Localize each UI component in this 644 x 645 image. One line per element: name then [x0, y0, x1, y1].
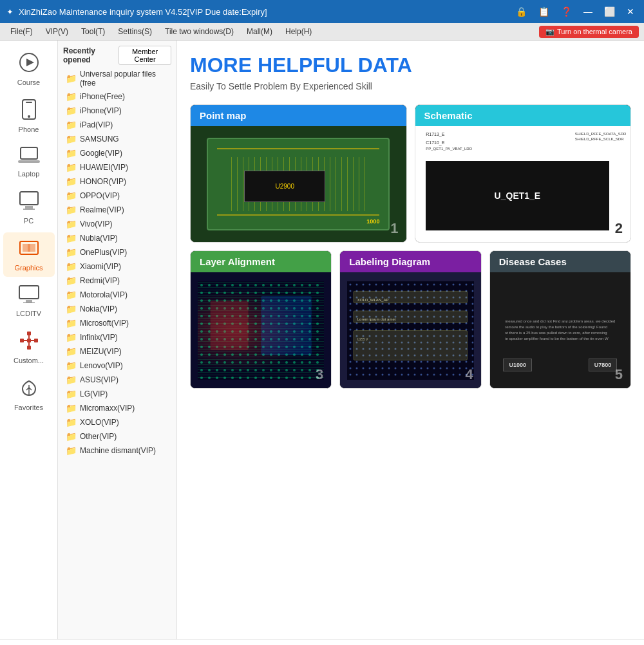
file-tree-item[interactable]: 📁Motorola(VIP) — [58, 288, 176, 302]
card-labeling-header: Labeling Diagram — [340, 251, 480, 272]
app-icon: ✦ — [6, 7, 14, 17]
close-button[interactable]: ✕ — [623, 5, 638, 18]
hero-section: MORE HELPFUL DATA Easily To Settle Probl… — [190, 53, 631, 91]
file-tree-item[interactable]: 📁Google(VIP) — [58, 146, 176, 160]
sidebar-item-course[interactable]: Course — [3, 47, 55, 91]
svg-rect-36 — [354, 330, 468, 360]
menu-file[interactable]: File(F) — [5, 25, 38, 38]
folder-icon: 📁 — [66, 233, 77, 243]
menu-mall[interactable]: Mall(M) — [242, 25, 278, 38]
hero-title: MORE HELPFUL DATA — [190, 53, 631, 77]
folder-icon: 📁 — [66, 205, 77, 215]
file-tree-item[interactable]: 📁OPPO(VIP) — [58, 189, 176, 203]
card-point-map-image: U2900 1000 1 — [191, 126, 406, 242]
thermal-camera-button[interactable]: 📷 Turn on thermal camera — [539, 26, 639, 38]
sidebar-item-phone[interactable]: Phone — [3, 94, 55, 138]
file-tree-item[interactable]: 📁iPhone(Free) — [58, 89, 176, 104]
file-tree-item[interactable]: 📁HUAWEI(VIP) — [58, 160, 176, 174]
card-point-map[interactable]: Point map U2900 1000 1 — [190, 104, 407, 243]
sidebar-item-custom[interactable]: Custom... — [3, 325, 55, 369]
cards-grid-bottom: Layer Alignment — [190, 250, 631, 389]
file-tree-item[interactable]: 📁Infinix(VIP) — [58, 330, 176, 344]
file-tree-item[interactable]: 📁Nokia(VIP) — [58, 302, 176, 316]
card-disease-image: measured once and did not Find any probl… — [490, 272, 630, 388]
graphics-icon — [19, 238, 39, 261]
file-tree: Recently opened Member Center 📁Universal… — [58, 41, 177, 639]
svg-rect-29 — [261, 295, 312, 355]
sch-label-pp: PP_QET1_PA_VBAT_LDD — [426, 147, 472, 151]
custom-icon — [19, 330, 39, 354]
menu-tile[interactable]: Tile two windows(D) — [160, 25, 239, 38]
help-icon[interactable]: ❓ — [558, 5, 575, 18]
file-tree-item[interactable]: 📁HONOR(VIP) — [58, 174, 176, 189]
svg-rect-28 — [211, 301, 249, 350]
svg-rect-21 — [34, 339, 38, 342]
folder-icon: 📁 — [66, 276, 77, 286]
card-layer-alignment[interactable]: Layer Alignment — [190, 250, 332, 389]
card-disease[interactable]: Disease Cases measured once and did not … — [489, 250, 631, 389]
laptop-icon — [18, 146, 40, 167]
card-labeling-number: 4 — [465, 366, 473, 383]
minimize-button[interactable]: — — [580, 5, 596, 18]
sidebar-label-lcditv: LCDITV — [16, 310, 41, 317]
sidebar-item-favorites[interactable]: Favorites — [3, 372, 55, 416]
file-tree-item[interactable]: 📁ASUS(VIP) — [58, 373, 176, 387]
sidebar-item-graphics[interactable]: Graphics — [3, 232, 55, 277]
svg-text:XOLO_WLAN_AP: XOLO_WLAN_AP — [357, 297, 389, 301]
svg-rect-5 — [21, 147, 37, 159]
menu-settings[interactable]: Settins(S) — [113, 25, 157, 38]
folder-icon: 📁 — [66, 91, 77, 102]
bottom-annotation: Look, Many Useful information can be rea… — [0, 639, 644, 645]
file-tree-item[interactable]: 📁SAMSUNG — [58, 132, 176, 146]
card-schematic[interactable]: Schematic R1713_E C1710_E U_QET1_E SHIEL… — [415, 104, 632, 243]
file-tree-item[interactable]: 📁iPad(VIP) — [58, 118, 176, 132]
card-schematic-number: 2 — [615, 220, 623, 237]
favorites-icon — [19, 377, 39, 401]
svg-rect-3 — [26, 102, 32, 103]
lock-icon[interactable]: 🔒 — [513, 5, 530, 18]
pcb-label-1000: 1000 — [366, 218, 379, 225]
file-tree-item[interactable]: 📁Other(VIP) — [58, 429, 176, 444]
file-tree-item[interactable]: 📁Lenovo(VIP) — [58, 359, 176, 373]
title-bar: ✦ XinZhiZao Maintenance inquiry system V… — [0, 0, 644, 23]
file-tree-item[interactable]: 📁Universal popular files (free — [58, 68, 176, 89]
file-tree-item[interactable]: 📁MEIZU(VIP) — [58, 344, 176, 359]
file-tree-item[interactable]: 📁Vivo(VIP) — [58, 217, 176, 231]
copy-icon[interactable]: 📋 — [535, 5, 553, 18]
file-tree-item[interactable]: 📁OnePlus(VIP) — [58, 245, 176, 259]
recently-opened-label: Recently opened — [63, 46, 115, 64]
menu-vip[interactable]: VIP(V) — [41, 25, 73, 38]
svg-rect-13 — [28, 244, 30, 252]
sidebar-item-pc[interactable]: PC — [3, 185, 55, 230]
file-tree-item[interactable]: 📁Microsoft(VIP) — [58, 316, 176, 330]
menu-tool[interactable]: Tool(T) — [76, 25, 110, 38]
file-tree-header: Recently opened Member Center — [58, 43, 176, 68]
title-bar-controls[interactable]: 🔒 📋 ❓ — ⬜ ✕ — [513, 5, 638, 18]
sidebar-item-laptop[interactable]: Laptop — [3, 141, 55, 183]
pcb-trace-bottom — [217, 214, 379, 216]
file-tree-item[interactable]: 📁iPhone(VIP) — [58, 104, 176, 118]
file-tree-item[interactable]: 📁Xiaomi(VIP) — [58, 259, 176, 274]
svg-rect-11 — [23, 244, 28, 252]
file-tree-item[interactable]: 📁Redmi(VIP) — [58, 274, 176, 288]
layer-vis — [198, 281, 324, 380]
file-tree-item[interactable]: 📁LG(VIP) — [58, 387, 176, 401]
member-center-button[interactable]: Member Center — [118, 46, 171, 65]
card-layer-image: 3 — [191, 272, 331, 388]
file-tree-item[interactable]: 📁Nubia(VIP) — [58, 231, 176, 245]
disease-chip-u1000: U1000 — [503, 359, 532, 371]
label-vis: XOLO_WLAN_AP Lorem ipsum dot amet U255 V — [347, 281, 473, 380]
file-tree-item[interactable]: 📁XOLO(VIP) — [58, 415, 176, 429]
sidebar-label-pc: PC — [24, 217, 33, 225]
folder-icon: 📁 — [66, 191, 77, 201]
menu-help[interactable]: Help(H) — [280, 25, 317, 38]
maximize-button[interactable]: ⬜ — [601, 5, 618, 18]
file-tree-item[interactable]: 📁Realme(VIP) — [58, 203, 176, 217]
file-tree-item[interactable]: 📁Machine dismant(VIP) — [58, 444, 176, 458]
card-schematic-header: Schematic — [415, 105, 631, 126]
sidebar-item-lcditv[interactable]: LCDITV — [3, 279, 55, 322]
file-tree-item[interactable]: 📁Micromaxx(VIP) — [58, 401, 176, 415]
disease-vis: measured once and did not Find any probl… — [497, 281, 623, 380]
card-labeling[interactable]: Labeling Diagram XOLO_WLA — [339, 250, 481, 389]
svg-rect-17 — [27, 332, 31, 335]
